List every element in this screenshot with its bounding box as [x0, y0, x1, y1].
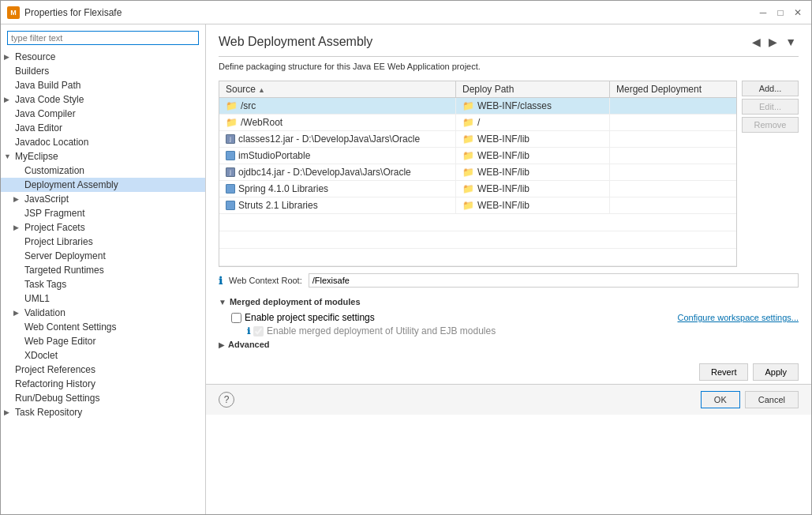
info-icon: ℹ	[219, 275, 223, 287]
web-context-label: Web Context Root:	[229, 276, 302, 285]
source-cell: Struts 2.1 Libraries	[219, 197, 456, 213]
minimize-button[interactable]: ─	[756, 6, 770, 20]
merged-section-title: Merged deployment of modules	[230, 297, 361, 306]
sidebar-item-label: Task Tags	[24, 279, 66, 290]
add-button[interactable]: Add...	[742, 81, 799, 96]
enable-merged-deployment-checkbox[interactable]	[253, 326, 264, 336]
table-row[interactable]: j classes12.jar - D:\DevelopJava\Jars\Or…	[219, 131, 736, 148]
deploy-value: WEB-INF/lib	[477, 133, 529, 145]
table-row[interactable]: 📁 /WebRoot 📁 /	[219, 115, 736, 131]
help-button[interactable]: ?	[219, 392, 234, 408]
expander-icon: ▶	[4, 408, 15, 416]
sidebar-item-task-repository[interactable]: ▶ Task Repository	[1, 405, 205, 419]
sidebar-item-jsp-fragment[interactable]: JSP Fragment	[1, 206, 205, 220]
web-context-input[interactable]	[309, 273, 799, 288]
deploy-header-label: Deploy Path	[462, 84, 514, 95]
source-value: Spring 4.1.0 Libraries	[238, 183, 328, 194]
table-with-buttons: Source ▲ Deploy Path Merged Deployment	[206, 81, 811, 267]
sidebar-item-refactoring-history[interactable]: Refactoring History	[1, 377, 205, 391]
search-box	[7, 31, 199, 45]
sidebar-item-validation[interactable]: ▶ Validation	[1, 306, 205, 320]
folder-icon: 📁	[462, 183, 474, 194]
nav-back-button[interactable]: ◀	[750, 34, 763, 50]
expander-icon	[4, 81, 15, 89]
sidebar-item-java-compiler[interactable]: Java Compiler	[1, 107, 205, 121]
close-button[interactable]: ✕	[791, 6, 805, 20]
remove-button[interactable]: Remove	[742, 117, 799, 133]
configure-workspace-link[interactable]: Configure workspace settings...	[678, 313, 799, 322]
enable-specific-settings-label: Enable project specific settings	[245, 312, 375, 323]
sidebar-item-java-code-style[interactable]: ▶ Java Code Style	[1, 92, 205, 107]
sidebar-item-targeted-runtimes[interactable]: Targeted Runtimes	[1, 263, 205, 277]
sidebar-item-javadoc-location[interactable]: Javadoc Location	[1, 135, 205, 149]
ok-button[interactable]: OK	[701, 391, 740, 408]
expander-icon	[13, 252, 24, 260]
advanced-section-header[interactable]: ▶ Advanced	[219, 340, 799, 349]
sidebar-item-label: Refactoring History	[15, 378, 95, 389]
sidebar-item-web-page-editor[interactable]: Web Page Editor	[1, 334, 205, 348]
sidebar-item-deployment-assembly[interactable]: Deployment Assembly	[1, 178, 205, 192]
merged-column-header[interactable]: Merged Deployment	[610, 81, 736, 97]
folder-icon: 📁	[462, 167, 474, 178]
expander-icon	[13, 167, 24, 175]
sidebar-item-label: Java Editor	[15, 122, 62, 133]
sidebar-item-label: Java Compiler	[15, 108, 76, 119]
sidebar-item-java-editor[interactable]: Java Editor	[1, 121, 205, 135]
table-row[interactable]: 📁 /src 📁 WEB-INF/classes	[219, 98, 736, 115]
sidebar-item-run-debug-settings[interactable]: Run/Debug Settings	[1, 391, 205, 405]
source-cell: imStudioPortable	[219, 148, 456, 164]
merged-cell	[610, 164, 736, 180]
grayed-row: ℹ Enable merged deployment of Utility an…	[231, 325, 799, 336]
folder-icon: 📁	[226, 100, 238, 111]
sidebar-item-label: Project Facets	[24, 222, 85, 233]
source-column-header[interactable]: Source ▲	[219, 81, 456, 97]
lib-icon	[226, 151, 235, 160]
edit-button[interactable]: Edit...	[742, 99, 799, 115]
nav-dropdown-button[interactable]: ▼	[783, 34, 799, 50]
folder-icon: 📁	[226, 117, 238, 128]
expander-icon: ▶	[13, 309, 24, 317]
sidebar-item-customization[interactable]: Customization	[1, 164, 205, 178]
sidebar-item-resource[interactable]: ▶ Resource	[1, 50, 205, 64]
sidebar-item-myeclipse[interactable]: ▼ MyEclipse	[1, 149, 205, 164]
expander-icon: ▶	[13, 195, 24, 203]
sidebar-item-project-facets[interactable]: ▶ Project Facets	[1, 220, 205, 235]
sidebar-item-label: Project Libraries	[24, 236, 93, 247]
apply-button[interactable]: Apply	[753, 363, 799, 381]
sidebar-item-uml1[interactable]: UML1	[1, 291, 205, 306]
sidebar-item-xdoclet[interactable]: XDoclet	[1, 348, 205, 363]
sidebar-item-label: UML1	[24, 293, 50, 304]
table-row[interactable]: Spring 4.1.0 Libraries 📁 WEB-INF/lib	[219, 181, 736, 197]
sidebar-item-server-deployment[interactable]: Server Deployment	[1, 249, 205, 263]
sidebar-item-builders[interactable]: Builders	[1, 64, 205, 78]
revert-apply-row: Revert Apply	[206, 359, 811, 384]
revert-button[interactable]: Revert	[699, 363, 748, 381]
sidebar-item-project-references[interactable]: Project References	[1, 363, 205, 377]
deploy-column-header[interactable]: Deploy Path	[456, 81, 610, 97]
sidebar-item-java-build-path[interactable]: Java Build Path	[1, 78, 205, 92]
table-row[interactable]: j ojdbc14.jar - D:\DevelopJava\Jars\Orac…	[219, 164, 736, 181]
sidebar-item-label: XDoclet	[24, 350, 58, 361]
search-input[interactable]	[7, 31, 199, 45]
table-row[interactable]: Struts 2.1 Libraries 📁 WEB-INF/lib	[219, 197, 736, 214]
enable-specific-settings-checkbox[interactable]	[231, 313, 241, 323]
expander-icon	[4, 394, 15, 402]
cancel-button[interactable]: Cancel	[745, 391, 799, 408]
deploy-cell: 📁 WEB-INF/lib	[456, 131, 610, 147]
sidebar-item-label: Deployment Assembly	[24, 179, 118, 190]
maximize-button[interactable]: □	[773, 6, 788, 20]
lib-icon	[226, 201, 235, 210]
nav-forward-button[interactable]: ▶	[766, 34, 780, 50]
enable-specific-settings-row: Enable project specific settings Configu…	[231, 312, 799, 323]
merged-cell	[610, 197, 736, 213]
sidebar-item-javascript[interactable]: ▶ JavaScript	[1, 192, 205, 206]
table-row[interactable]: imStudioPortable 📁 WEB-INF/lib	[219, 148, 736, 164]
sidebar-item-task-tags[interactable]: Task Tags	[1, 277, 205, 291]
jar-icon: j	[226, 134, 235, 144]
expander-icon	[13, 337, 24, 345]
sidebar-item-web-content-settings[interactable]: Web Content Settings	[1, 320, 205, 334]
sidebar-item-project-libraries[interactable]: Project Libraries	[1, 235, 205, 249]
merged-section-header[interactable]: ▼ Merged deployment of modules	[219, 294, 799, 310]
sidebar-item-label: JavaScript	[24, 194, 69, 205]
merged-cell	[610, 131, 736, 147]
